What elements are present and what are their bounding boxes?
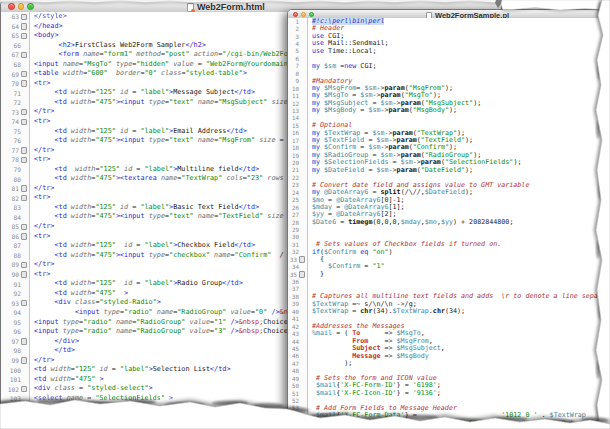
code-text[interactable]: use Mail::Sendmail;: [308, 40, 610, 47]
line-number[interactable]: 29: [288, 227, 299, 233]
gutter[interactable]: 41: [288, 316, 308, 323]
line-number[interactable]: 19: [288, 153, 299, 159]
code-line[interactable]: 25$mo = @DateArray6[0]-1;: [288, 197, 610, 204]
code-line[interactable]: 40$TextWrap = chr(34).$TextWrap.chr(34);: [288, 308, 610, 315]
gutter[interactable]: 22: [288, 174, 308, 181]
gutter[interactable]: 95: [1, 318, 30, 328]
code-text[interactable]: );: [308, 360, 610, 367]
line-number[interactable]: 45: [288, 346, 299, 352]
code-text[interactable]: # Sets the form and ICON value: [308, 375, 610, 382]
code-text[interactable]: if($Confirm eq "on"): [308, 249, 610, 256]
code-text[interactable]: [308, 368, 610, 375]
code-line[interactable]: 11my $MsgTo = $sm->param("MsgTo");: [288, 92, 610, 99]
gutter[interactable]: 45: [288, 345, 308, 352]
gutter[interactable]: 63: [1, 12, 30, 22]
gutter[interactable]: 102: [1, 384, 30, 394]
line-number[interactable]: 88: [1, 252, 21, 259]
line-number[interactable]: 72: [1, 99, 21, 106]
gutter[interactable]: 21: [288, 167, 308, 174]
code-text[interactable]: my $RadioGroup = $sm->param("RadioGroup"…: [308, 152, 610, 159]
line-number[interactable]: 69: [1, 71, 19, 78]
gutter[interactable]: 100: [1, 365, 30, 375]
line-number[interactable]: 27: [288, 212, 299, 218]
gutter[interactable]: 5: [288, 48, 308, 55]
code-text[interactable]: [308, 234, 610, 241]
gutter[interactable]: 53: [288, 405, 308, 412]
gutter[interactable]: 88: [1, 251, 30, 261]
gutter[interactable]: 23: [288, 182, 308, 189]
line-number[interactable]: 94: [1, 309, 21, 316]
code-line[interactable]: 51 $mail{'X-FC-Icon-ID'} = '9136';: [288, 390, 610, 397]
code-line[interactable]: 19my $RadioGroup = $sm->param("RadioGrou…: [288, 152, 610, 159]
code-text[interactable]: $mo = @DateArray6[0]-1;: [308, 197, 610, 204]
fold-marker-icon[interactable]: [21, 119, 28, 126]
gutter[interactable]: 28: [288, 219, 308, 226]
code-text[interactable]: my $SelectionFields = $sm->param("Select…: [308, 159, 610, 166]
gutter[interactable]: 99: [1, 356, 30, 366]
line-number[interactable]: 47: [288, 361, 299, 367]
gutter[interactable]: 6: [288, 55, 308, 62]
line-number[interactable]: 3: [288, 34, 299, 40]
gutter[interactable]: 65: [1, 31, 30, 41]
code-text[interactable]: # Captures all multiline text fields and…: [308, 293, 610, 300]
code-line[interactable]: 2# Header: [288, 25, 610, 32]
line-number[interactable]: 96: [1, 328, 21, 335]
zoom-button-icon[interactable]: [309, 12, 314, 17]
gutter[interactable]: 14: [288, 115, 308, 122]
line-number[interactable]: 82: [1, 195, 19, 202]
fold-marker-icon[interactable]: [21, 386, 28, 393]
code-text[interactable]: $Date6 = timegm(0,0,0,$mday,$mo,$yy) + 2…: [308, 219, 610, 226]
line-number[interactable]: 92: [1, 290, 21, 297]
line-number[interactable]: 41: [288, 316, 299, 322]
gutter[interactable]: 24: [288, 189, 308, 196]
code-text[interactable]: my $MsgBody = $sm->param("MsgBody");: [308, 107, 610, 114]
gutter[interactable]: 27: [288, 211, 308, 218]
line-number[interactable]: 25: [288, 197, 299, 203]
code-line[interactable]: 27$yy = @DateArray6[2];: [288, 211, 610, 218]
line-number[interactable]: 22: [288, 175, 299, 181]
code-line[interactable]: 33 {: [288, 256, 610, 263]
line-number[interactable]: 17: [288, 138, 299, 144]
line-number[interactable]: 50: [288, 383, 299, 389]
code-editor[interactable]: 1#!c:\perl\bin\perl2# Header3use CGI;4us…: [288, 18, 610, 429]
gutter[interactable]: 20: [288, 159, 308, 166]
gutter[interactable]: 42: [288, 323, 308, 330]
code-text[interactable]: [308, 286, 610, 293]
line-number[interactable]: 4: [288, 41, 299, 47]
code-text[interactable]: [308, 115, 610, 122]
close-button-icon[interactable]: [293, 12, 298, 17]
code-text[interactable]: $TextWrap = chr(34).$TextWrap.chr(34);: [308, 308, 610, 315]
gutter[interactable]: 43: [288, 330, 308, 337]
gutter[interactable]: 94: [1, 308, 30, 318]
gutter[interactable]: 32: [288, 249, 308, 256]
code-text[interactable]: #Addresses the Messages: [308, 323, 610, 330]
gutter[interactable]: 11: [288, 92, 308, 99]
code-line[interactable]: 24my @DateArray6 = split(/\//,$DateField…: [288, 189, 610, 196]
line-number[interactable]: 80: [1, 176, 21, 183]
line-number[interactable]: 40: [288, 309, 299, 315]
line-number[interactable]: 91: [1, 281, 21, 288]
line-number[interactable]: 37: [288, 286, 299, 292]
gutter[interactable]: 31: [288, 241, 308, 248]
fold-marker-icon[interactable]: [21, 233, 28, 240]
code-line[interactable]: 6: [288, 55, 610, 62]
minimize-button-icon[interactable]: [301, 12, 306, 17]
code-text[interactable]: my $MsgFrom= $sm->param("MsgFrom");: [308, 85, 610, 92]
line-number[interactable]: 68: [1, 61, 21, 68]
code-text[interactable]: }: [308, 271, 610, 278]
fold-marker-icon[interactable]: [299, 271, 306, 278]
fold-marker-icon[interactable]: [21, 271, 28, 278]
gutter[interactable]: 69: [1, 69, 30, 79]
gutter[interactable]: 39: [288, 301, 308, 308]
gutter[interactable]: 70: [1, 79, 30, 89]
close-button-icon[interactable]: [8, 3, 15, 10]
line-number[interactable]: 31: [288, 242, 299, 248]
line-number[interactable]: 102: [1, 386, 19, 393]
line-number[interactable]: 7: [288, 63, 299, 69]
gutter[interactable]: 78: [1, 155, 30, 165]
code-line[interactable]: 43%mail = ( To => $MsgTo,: [288, 330, 610, 337]
code-line[interactable]: 36: [288, 278, 610, 285]
fold-marker-icon[interactable]: [21, 14, 28, 21]
code-line[interactable]: 21my $DateField = $sm->param("DateField"…: [288, 167, 610, 174]
gutter[interactable]: 25: [288, 197, 308, 204]
